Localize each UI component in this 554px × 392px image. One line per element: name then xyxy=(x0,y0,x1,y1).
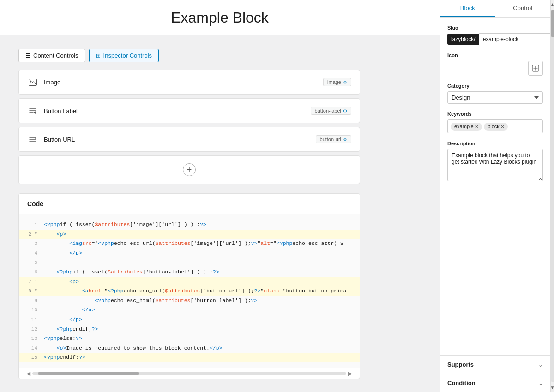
keyword-example-text: example xyxy=(454,124,474,129)
keyword-block-text: block xyxy=(488,124,500,129)
button-url-control-label: Button URL xyxy=(44,136,75,143)
tab-inspector-controls-label: Inspector Controls xyxy=(103,52,152,59)
condition-header[interactable]: Condition ⌄ xyxy=(447,380,543,386)
condition-title: Condition xyxy=(447,380,476,386)
supports-title: Supports xyxy=(447,361,474,368)
supports-chevron-icon: ⌄ xyxy=(538,362,543,368)
control-card-image: Image image ⚙ xyxy=(18,70,360,95)
code-line-14: 14 <p>Image is required to show this blo… xyxy=(19,344,360,353)
code-section: Code 1 <?php if ( isset( $attributes['im… xyxy=(18,193,360,379)
sidebar-panel: Block Control Slug lazyblock/ Icon xyxy=(440,0,554,392)
button-url-control-icon xyxy=(27,134,38,145)
code-line-15: 15 <?php endif; ?> xyxy=(19,353,360,362)
code-editor[interactable]: 1 <?php if ( isset( $attributes['image']… xyxy=(19,214,360,368)
inspector-controls-icon: ⊞ xyxy=(96,53,101,59)
category-label: Category xyxy=(447,83,543,89)
button-label-control-icon xyxy=(27,105,38,116)
add-control-button[interactable]: + xyxy=(183,163,196,176)
category-field-group: Category Design Common Formatting Layout… xyxy=(447,83,543,104)
icon-label: Icon xyxy=(447,53,543,58)
sidebar-scroll-up[interactable]: ▲ xyxy=(550,0,554,9)
condition-section: Condition ⌄ xyxy=(440,374,550,392)
keywords-field-group: Keywords example × block × xyxy=(447,111,543,133)
code-scrollbar: ◀ ▶ xyxy=(19,368,360,379)
sidebar-scrollbar: ▲ ▼ xyxy=(550,0,554,392)
page-title: Example Block xyxy=(0,9,440,26)
code-line-11: 11 </p> xyxy=(19,315,360,325)
keywords-label: Keywords xyxy=(447,111,543,117)
keyword-tag-block: block × xyxy=(484,123,508,131)
sidebar-scroll-down[interactable]: ▼ xyxy=(550,383,554,392)
keyword-example-remove[interactable]: × xyxy=(475,124,479,130)
image-badge: image ⚙ xyxy=(323,78,351,86)
description-label: Description xyxy=(447,141,543,146)
slug-prefix: lazyblock/ xyxy=(447,34,479,45)
code-line-9: 9 <?php echo esc_html( $attributes['butt… xyxy=(19,296,360,306)
image-control-label: Image xyxy=(44,79,60,86)
scroll-thumb xyxy=(38,372,139,375)
control-card-button-url: Button URL button-url ⚙ xyxy=(18,127,360,152)
scroll-right-arrow[interactable]: ▶ xyxy=(346,370,354,377)
scroll-left-arrow[interactable]: ◀ xyxy=(24,370,32,377)
slug-label: Slug xyxy=(447,25,543,30)
content-controls-icon: ☰ xyxy=(25,53,30,59)
category-select[interactable]: Design Common Formatting Layout Widgets … xyxy=(447,91,543,104)
code-line-8: 8 * <a href="<?php echo esc_url( $attrib… xyxy=(19,286,360,296)
code-line-1: 1 <?php if ( isset( $attributes['image']… xyxy=(19,220,360,230)
code-line-7: 7 * <p> xyxy=(19,277,360,287)
keywords-field[interactable]: example × block × xyxy=(447,119,543,133)
sidebar-tabs: Block Control xyxy=(440,0,550,18)
sidebar-tab-control[interactable]: Control xyxy=(495,0,551,17)
code-line-2: 2 * <p> xyxy=(19,230,360,239)
image-badge-icon: ⚙ xyxy=(343,80,347,85)
code-line-10: 10 </a> xyxy=(19,305,360,315)
button-label-control-label: Button Label xyxy=(44,107,78,114)
code-line-6: 6 <?php if ( isset( $attributes['button-… xyxy=(19,267,360,277)
code-line-4: 4 </p> xyxy=(19,249,360,258)
right-sidebar: Block Control Slug lazyblock/ Icon xyxy=(440,0,550,392)
keyword-block-remove[interactable]: × xyxy=(501,124,505,130)
code-line-13: 13 <?php else: ?> xyxy=(19,334,360,344)
sidebar-body: Slug lazyblock/ Icon xyxy=(440,18,550,355)
slug-row: lazyblock/ xyxy=(447,33,543,45)
control-left-image: Image xyxy=(27,77,60,88)
scroll-track[interactable] xyxy=(32,372,346,375)
sidebar-scroll-thumb xyxy=(551,10,554,37)
code-line-3: 3 <img src="<?php echo esc_url( $attribu… xyxy=(19,239,360,249)
icon-picker-button[interactable] xyxy=(528,61,543,76)
slug-field-group: Slug lazyblock/ xyxy=(447,25,543,45)
button-label-badge-text: button-label xyxy=(315,108,342,113)
add-control-row: + xyxy=(18,155,360,184)
description-field-group: Description Example block that helps you… xyxy=(447,141,543,183)
icon-field xyxy=(447,61,543,76)
image-control-icon xyxy=(27,77,38,88)
supports-header[interactable]: Supports ⌄ xyxy=(447,361,543,368)
tab-content-controls-label: Content Controls xyxy=(33,52,78,59)
keyword-tag-example: example × xyxy=(451,123,482,131)
description-textarea[interactable]: Example block that helps you to get star… xyxy=(447,149,543,181)
button-url-badge-icon: ⚙ xyxy=(343,137,347,142)
control-tabs: ☰ Content Controls ⊞ Inspector Controls xyxy=(18,49,360,62)
supports-section: Supports ⌄ xyxy=(440,355,550,374)
slug-input[interactable] xyxy=(479,33,550,45)
button-label-badge: button-label ⚙ xyxy=(311,107,352,115)
button-url-badge-text: button-url xyxy=(320,137,341,142)
image-badge-text: image xyxy=(327,79,341,85)
condition-chevron-icon: ⌄ xyxy=(538,380,543,386)
tab-content-controls[interactable]: ☰ Content Controls xyxy=(18,49,85,62)
control-left-button-label: Button Label xyxy=(27,105,78,116)
code-line-5: 5 xyxy=(19,258,360,267)
code-line-12: 12 <?php endif; ?> xyxy=(19,325,360,334)
control-card-button-label: Button Label button-label ⚙ xyxy=(18,98,360,123)
sidebar-tab-block[interactable]: Block xyxy=(440,0,495,17)
code-section-header: Code xyxy=(19,194,360,214)
control-left-button-url: Button URL xyxy=(27,134,75,145)
sidebar-scroll-track[interactable] xyxy=(551,10,554,382)
icon-field-group: Icon xyxy=(447,53,543,76)
button-label-badge-icon: ⚙ xyxy=(343,108,347,113)
tab-inspector-controls[interactable]: ⊞ Inspector Controls xyxy=(89,49,159,62)
button-url-badge: button-url ⚙ xyxy=(316,135,351,143)
